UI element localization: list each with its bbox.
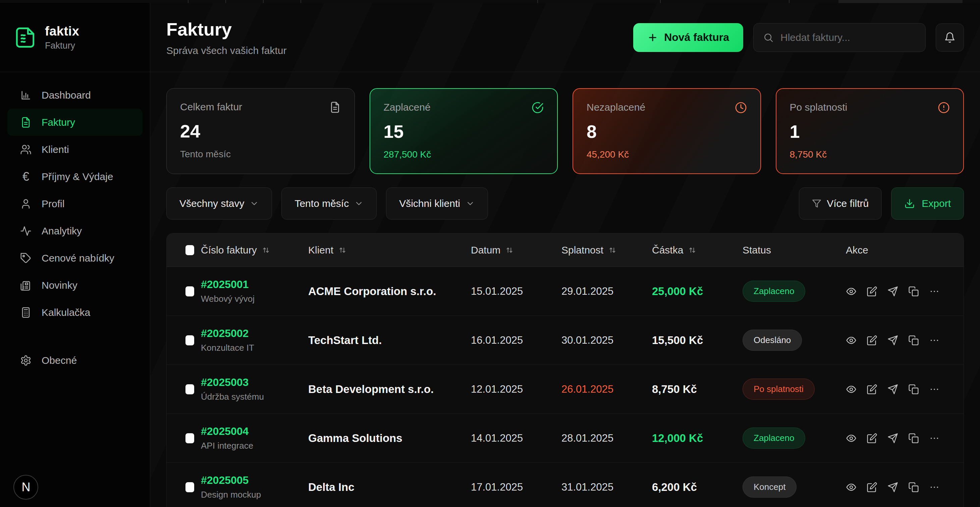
nextjs-dev-badge[interactable]: N <box>13 475 38 500</box>
row-checkbox[interactable] <box>186 384 194 394</box>
row-checkbox[interactable] <box>186 335 194 345</box>
view-icon[interactable] <box>846 482 857 493</box>
edit-icon[interactable] <box>867 433 877 443</box>
select-all-checkbox[interactable] <box>186 245 194 255</box>
row-checkbox[interactable] <box>186 433 194 443</box>
view-icon[interactable] <box>846 384 857 395</box>
search-icon <box>763 32 774 43</box>
sidebar-item-label: Novinky <box>41 280 78 291</box>
more-actions-icon[interactable] <box>929 384 940 395</box>
filters-row: Všechny stavy Tento měsíc Všichni klient… <box>150 174 980 219</box>
sidebar-item-prijmy-vydaje[interactable]: € Příjmy & Výdaje <box>7 163 143 190</box>
stat-label: Po splatnosti <box>790 102 848 113</box>
view-icon[interactable] <box>846 433 857 443</box>
column-header-amount[interactable]: Částka <box>652 245 743 256</box>
edit-icon[interactable] <box>867 335 877 346</box>
app-name: faktix <box>45 24 79 38</box>
send-icon[interactable] <box>888 482 898 493</box>
edit-icon[interactable] <box>867 482 877 493</box>
row-checkbox[interactable] <box>186 482 194 492</box>
activity-icon <box>20 225 32 237</box>
view-icon[interactable] <box>846 286 857 297</box>
invoice-file-icon <box>20 117 32 128</box>
invoice-number[interactable]: #2025002 <box>201 327 308 340</box>
sidebar-nav: Dashboard Faktury Klienti € Příjmy & Výd… <box>0 72 150 374</box>
more-actions-icon[interactable] <box>929 335 940 346</box>
period-filter-dropdown[interactable]: Tento měsíc <box>282 188 377 219</box>
table-row[interactable]: #2025005 Design mockup Delta Inc 17.01.2… <box>167 463 964 507</box>
sort-icon <box>338 246 347 254</box>
invoice-date: 16.01.2025 <box>471 334 562 346</box>
export-button[interactable]: Export <box>891 188 964 219</box>
view-icon[interactable] <box>846 335 857 346</box>
status-badge: Zaplaceno <box>743 428 805 449</box>
table-row[interactable]: #2025001 Webový vývoj ACME Corporation s… <box>167 267 964 316</box>
more-actions-icon[interactable] <box>929 433 940 443</box>
status-filter-dropdown[interactable]: Všechny stavy <box>166 188 272 219</box>
row-checkbox[interactable] <box>186 286 194 296</box>
invoice-number[interactable]: #2025003 <box>201 376 308 389</box>
sidebar-item-cenove-nabidky[interactable]: Cenové nabídky <box>7 245 143 272</box>
more-filters-button[interactable]: Více filtrů <box>799 188 882 219</box>
sort-icon <box>262 246 270 254</box>
search-input[interactable] <box>780 32 916 43</box>
column-header-due[interactable]: Splatnost <box>562 245 652 256</box>
status-badge: Koncept <box>743 477 797 497</box>
more-filters-label: Více filtrů <box>827 198 869 209</box>
copy-icon[interactable] <box>908 384 919 395</box>
sidebar-item-kalkulacka[interactable]: Kalkulačka <box>7 299 143 326</box>
search-box[interactable] <box>753 23 926 52</box>
table-row[interactable]: #2025002 Konzultace IT TechStart Ltd. 16… <box>167 316 964 365</box>
stat-value: 15 <box>384 121 544 142</box>
stat-card-unpaid: Nezaplacené 8 45,200 Kč <box>573 88 761 174</box>
sidebar-item-novinky[interactable]: Novinky <box>7 272 143 299</box>
send-icon[interactable] <box>888 286 898 297</box>
send-icon[interactable] <box>888 433 898 443</box>
stat-card-paid: Zaplacené 15 287,500 Kč <box>370 88 558 174</box>
client-filter-dropdown[interactable]: Všichni klienti <box>386 188 488 219</box>
user-icon <box>20 198 32 210</box>
edit-icon[interactable] <box>867 286 877 297</box>
sidebar-item-faktury[interactable]: Faktury <box>7 109 143 136</box>
invoice-project: Webový vývoj <box>201 294 308 304</box>
status-badge: Odesláno <box>743 330 802 351</box>
send-icon[interactable] <box>888 335 898 346</box>
more-actions-icon[interactable] <box>929 286 940 297</box>
invoice-number[interactable]: #2025005 <box>201 474 308 486</box>
sidebar-item-analytiky[interactable]: Analytiky <box>7 217 143 245</box>
column-header-client[interactable]: Klient <box>308 245 471 256</box>
tag-icon <box>20 253 32 264</box>
sidebar-item-label: Dashboard <box>41 89 91 101</box>
table-row[interactable]: #2025003 Údržba systému Beta Development… <box>167 365 964 414</box>
app-brand[interactable]: faktix Faktury <box>0 3 150 72</box>
sort-icon <box>688 246 697 254</box>
page-subtitle: Správa všech vašich faktur <box>166 45 287 56</box>
stat-card-overdue: Po splatnosti 1 8,750 Kč <box>776 88 964 174</box>
table-row[interactable]: #2025004 API integrace Gamma Solutions 1… <box>167 414 964 463</box>
copy-icon[interactable] <box>908 433 919 443</box>
invoice-number[interactable]: #2025001 <box>201 278 308 291</box>
sidebar-item-dashboard[interactable]: Dashboard <box>7 81 143 109</box>
sidebar-item-klienti[interactable]: Klienti <box>7 136 143 163</box>
invoice-number[interactable]: #2025004 <box>201 425 308 438</box>
edit-icon[interactable] <box>867 384 877 395</box>
calculator-icon <box>20 307 32 318</box>
column-header-number[interactable]: Číslo faktury <box>201 245 308 256</box>
notifications-button[interactable] <box>936 24 964 52</box>
new-invoice-button[interactable]: Nová faktura <box>633 23 743 52</box>
copy-icon[interactable] <box>908 286 919 297</box>
stat-sub: 45,200 Kč <box>587 149 747 160</box>
sidebar-item-label: Obecné <box>41 355 77 366</box>
more-actions-icon[interactable] <box>929 482 940 493</box>
send-icon[interactable] <box>888 384 898 395</box>
column-header-actions: Akce <box>846 245 950 256</box>
invoice-client: Delta Inc <box>308 481 471 494</box>
euro-icon: € <box>20 171 32 183</box>
sidebar-item-obecne[interactable]: Obecné <box>7 347 143 374</box>
stat-value: 1 <box>790 121 950 142</box>
sidebar-item-profil[interactable]: Profil <box>7 190 143 217</box>
nextjs-n-icon: N <box>22 480 30 494</box>
column-header-date[interactable]: Datum <box>471 245 562 256</box>
copy-icon[interactable] <box>908 482 919 493</box>
copy-icon[interactable] <box>908 335 919 346</box>
